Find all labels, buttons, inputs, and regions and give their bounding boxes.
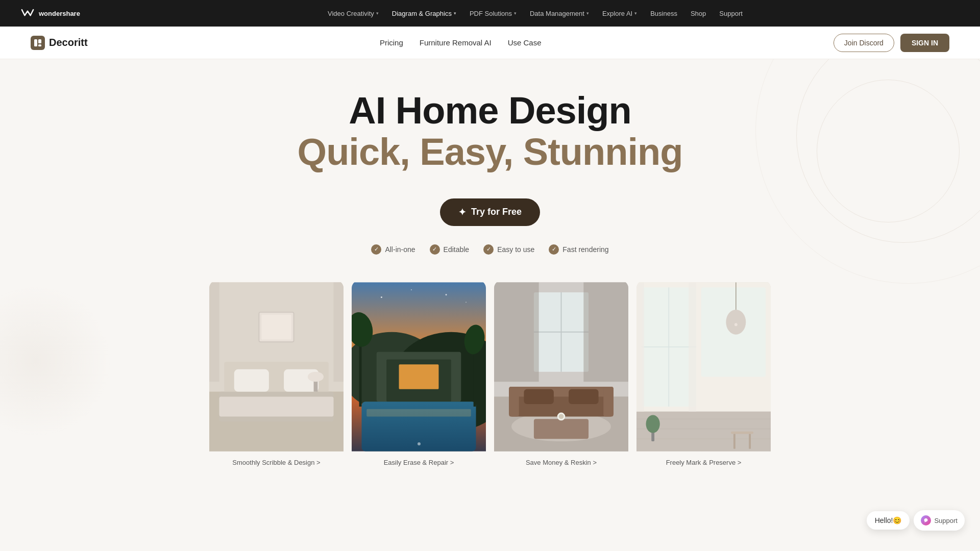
svg-point-30 bbox=[411, 289, 412, 290]
nav-item-support[interactable]: Support bbox=[714, 7, 748, 20]
check-icon: ✓ bbox=[549, 244, 559, 255]
svg-rect-39 bbox=[583, 282, 628, 382]
try-for-free-button[interactable]: ✦ Try for Free bbox=[440, 198, 540, 226]
nav-link-furniture-ai[interactable]: Furniture Removal AI bbox=[420, 38, 492, 47]
nav-item-video-creativity[interactable]: Video Creativity ▾ bbox=[323, 7, 384, 20]
nav-link-pricing[interactable]: Pricing bbox=[380, 38, 403, 47]
decoritt-logo[interactable]: Decoritt bbox=[31, 36, 88, 50]
svg-rect-57 bbox=[636, 282, 771, 411]
join-discord-button[interactable]: Join Discord bbox=[834, 34, 894, 52]
svg-rect-46 bbox=[524, 389, 553, 404]
chevron-down-icon: ▾ bbox=[586, 11, 589, 16]
card-label-bright: Freely Mark & Preserve > bbox=[636, 454, 771, 468]
svg-point-32 bbox=[465, 302, 467, 303]
feature-tags: ✓ All-in-one ✓ Editable ✓ Easy to use ✓ … bbox=[371, 244, 608, 255]
image-card-bedroom[interactable]: Smoothly Scribble & Design > bbox=[209, 280, 344, 468]
svg-point-31 bbox=[446, 294, 447, 295]
deco-circle-medium bbox=[796, 59, 980, 243]
chevron-down-icon: ▾ bbox=[454, 11, 456, 16]
svg-rect-15 bbox=[209, 282, 219, 382]
svg-rect-63 bbox=[689, 282, 696, 411]
svg-point-50 bbox=[559, 414, 564, 419]
top-nav-links: Video Creativity ▾ Diagram & Graphics ▾ … bbox=[111, 7, 960, 20]
room-image-pool bbox=[352, 280, 486, 454]
nav-link-use-case[interactable]: Use Case bbox=[508, 38, 542, 47]
feature-tag-fast-rendering: ✓ Fast rendering bbox=[549, 244, 608, 255]
svg-rect-67 bbox=[731, 431, 753, 434]
svg-rect-47 bbox=[569, 389, 598, 404]
chevron-down-icon: ▾ bbox=[514, 11, 517, 16]
svg-rect-68 bbox=[733, 434, 736, 448]
image-card-bright[interactable]: Freely Mark & Preserve > bbox=[636, 280, 771, 468]
chevron-down-icon: ▾ bbox=[634, 11, 637, 16]
nav-item-business[interactable]: Business bbox=[645, 7, 682, 20]
image-card-living[interactable]: Save Money & Reskin > bbox=[494, 280, 628, 468]
hero-title-line2: Quick, Easy, Stunning bbox=[298, 131, 683, 172]
sign-in-button[interactable]: SIGN IN bbox=[900, 34, 949, 52]
svg-rect-8 bbox=[234, 369, 269, 392]
room-image-living bbox=[494, 280, 628, 454]
feature-tag-all-in-one: ✓ All-in-one bbox=[371, 244, 415, 255]
svg-rect-48 bbox=[534, 419, 589, 439]
card-label-living: Save Money & Reskin > bbox=[494, 454, 628, 468]
svg-rect-45 bbox=[603, 387, 613, 416]
secondary-nav-actions: Join Discord SIGN IN bbox=[834, 34, 949, 52]
secondary-navigation: Decoritt Pricing Furniture Removal AI Us… bbox=[0, 27, 980, 59]
check-icon: ✓ bbox=[371, 244, 381, 255]
svg-rect-10 bbox=[219, 396, 333, 416]
svg-rect-0 bbox=[34, 39, 37, 46]
card-dot bbox=[418, 442, 421, 445]
svg-rect-38 bbox=[494, 282, 539, 382]
feature-tag-easy-to-use: ✓ Easy to use bbox=[483, 244, 534, 255]
svg-point-29 bbox=[381, 296, 382, 298]
deco-blob-left bbox=[0, 285, 112, 438]
svg-rect-24 bbox=[366, 409, 471, 417]
hero-title-line1: AI Home Design bbox=[349, 90, 631, 131]
check-icon: ✓ bbox=[430, 244, 440, 255]
svg-rect-22 bbox=[399, 364, 439, 389]
card-label-pool: Easily Erase & Repair > bbox=[352, 454, 486, 468]
svg-rect-1 bbox=[38, 39, 41, 43]
check-icon: ✓ bbox=[483, 244, 494, 255]
nav-item-explore-ai[interactable]: Explore AI ▾ bbox=[597, 7, 642, 20]
svg-rect-2 bbox=[38, 44, 41, 46]
chevron-down-icon: ▾ bbox=[376, 11, 379, 16]
svg-rect-16 bbox=[334, 282, 344, 382]
decoritt-logo-icon bbox=[31, 36, 45, 50]
deco-circle-large bbox=[755, 59, 980, 284]
sparkle-icon: ✦ bbox=[458, 207, 466, 218]
deco-circle-small bbox=[817, 80, 960, 222]
svg-rect-12 bbox=[261, 315, 291, 340]
secondary-nav-links: Pricing Furniture Removal AI Use Case bbox=[380, 38, 542, 47]
feature-tag-editable: ✓ Editable bbox=[430, 244, 470, 255]
svg-rect-69 bbox=[749, 434, 751, 448]
nav-item-pdf-solutions[interactable]: PDF Solutions ▾ bbox=[464, 7, 522, 20]
hero-section: AI Home Design Quick, Easy, Stunning ✦ T… bbox=[0, 59, 980, 489]
nav-item-diagram-graphics[interactable]: Diagram & Graphics ▾ bbox=[387, 7, 461, 20]
top-navigation: wondershare Video Creativity ▾ Diagram &… bbox=[0, 0, 980, 27]
wondershare-logo[interactable]: wondershare bbox=[20, 8, 80, 18]
svg-point-71 bbox=[646, 415, 660, 433]
nav-item-shop[interactable]: Shop bbox=[685, 7, 711, 20]
room-image-bedroom bbox=[209, 280, 344, 454]
svg-rect-62 bbox=[636, 282, 644, 411]
svg-point-14 bbox=[308, 372, 324, 382]
svg-point-65 bbox=[726, 310, 746, 335]
svg-point-66 bbox=[734, 323, 738, 326]
room-image-bright bbox=[636, 280, 771, 454]
image-card-pool[interactable]: Easily Erase & Repair > bbox=[352, 280, 486, 468]
image-grid: Smoothly Scribble & Design > bbox=[209, 280, 771, 468]
nav-item-data-management[interactable]: Data Management ▾ bbox=[525, 7, 594, 20]
svg-rect-44 bbox=[509, 387, 519, 416]
card-label-bedroom: Smoothly Scribble & Design > bbox=[209, 454, 344, 468]
